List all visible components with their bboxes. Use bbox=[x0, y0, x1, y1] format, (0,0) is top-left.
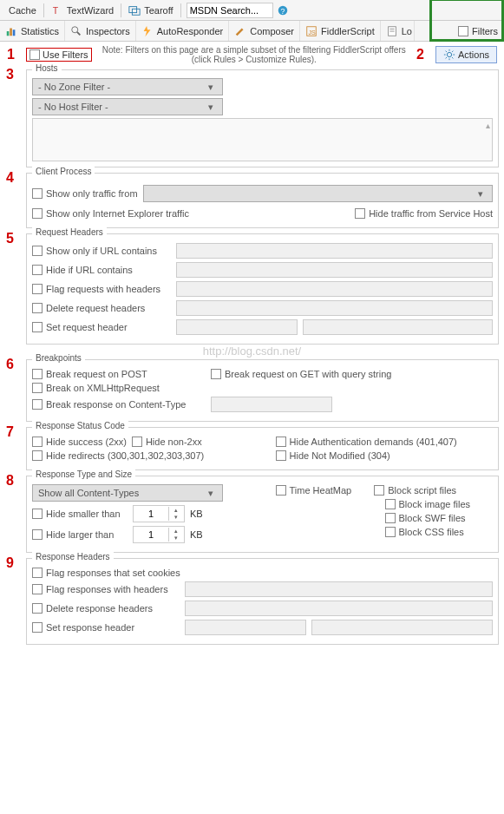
hide-2xx-checkbox[interactable]: Hide success (2xx) bbox=[32, 437, 127, 447]
cache-button[interactable]: Cache bbox=[3, 3, 42, 17]
filters-tab-checkbox[interactable] bbox=[458, 26, 468, 36]
hide-redirects-checkbox[interactable]: Hide redirects (300,301,302,303,307) bbox=[32, 450, 204, 461]
hosts-title: Hosts bbox=[32, 63, 62, 73]
block-css-checkbox[interactable]: Block CSS files bbox=[385, 527, 464, 537]
tab-autoresponder[interactable]: AutoResponder bbox=[136, 21, 229, 41]
kb-label: KB bbox=[190, 509, 203, 519]
hide-smaller-checkbox[interactable]: Hide smaller than bbox=[32, 509, 128, 519]
script-icon: JS bbox=[305, 25, 317, 37]
lightning-icon bbox=[141, 25, 154, 37]
hide-url-contains-checkbox[interactable]: Hide if URL contains bbox=[32, 265, 171, 275]
hide-larger-checkbox[interactable]: Hide larger than bbox=[32, 529, 128, 540]
tab-log[interactable]: Lo bbox=[381, 21, 415, 41]
svg-text:?: ? bbox=[280, 6, 285, 15]
show-url-contains-checkbox[interactable]: Show only if URL contains bbox=[32, 246, 171, 256]
chevron-down-icon: ▾ bbox=[205, 81, 217, 93]
hide-non2xx-checkbox[interactable]: Hide non-2xx bbox=[132, 437, 202, 447]
set-req-header-value-input[interactable] bbox=[303, 319, 493, 335]
flag-req-headers-input[interactable] bbox=[176, 281, 493, 297]
annotation-9: 9 bbox=[6, 555, 14, 571]
hide-larger-spinner[interactable]: ▴▾ bbox=[133, 526, 185, 543]
time-heatmap-checkbox[interactable]: Time HeatMap bbox=[276, 485, 352, 496]
hide-auth-checkbox[interactable]: Hide Authentication demands (401,407) bbox=[276, 437, 457, 447]
set-resp-header-value-input[interactable] bbox=[311, 620, 493, 635]
filters-note: Note: Filters on this page are a simple … bbox=[99, 45, 409, 64]
process-dropdown[interactable]: ▾ bbox=[143, 185, 493, 202]
annotation-3: 3 bbox=[6, 67, 14, 82]
annotation-5: 5 bbox=[6, 231, 14, 246]
annotation-8: 8 bbox=[6, 473, 14, 489]
delete-req-headers-input[interactable] bbox=[176, 300, 493, 316]
request-headers-title: Request Headers bbox=[32, 227, 107, 237]
zone-filter-dropdown[interactable]: - No Zone Filter -▾ bbox=[32, 78, 223, 95]
breakpoints-title: Breakpoints bbox=[32, 353, 85, 363]
svg-rect-6 bbox=[10, 28, 12, 36]
flag-cookies-checkbox[interactable]: Flag responses that set cookies bbox=[32, 568, 180, 578]
response-headers-section: 9 Response Headers Flag responses that s… bbox=[26, 558, 499, 645]
set-resp-header-name-input[interactable] bbox=[185, 620, 306, 635]
delete-resp-headers-checkbox[interactable]: Delete response headers bbox=[32, 603, 180, 614]
break-post-checkbox[interactable]: Break request on POST bbox=[32, 369, 206, 379]
hide-url-contains-input[interactable] bbox=[176, 262, 493, 278]
delete-resp-headers-input[interactable] bbox=[185, 601, 493, 616]
tab-inspectors[interactable]: Inspectors bbox=[65, 21, 136, 41]
delete-req-headers-checkbox[interactable]: Delete request headers bbox=[32, 303, 171, 313]
break-get-qs-checkbox[interactable]: Break request on GET with query string bbox=[211, 369, 391, 379]
svg-rect-2 bbox=[133, 9, 141, 15]
chevron-down-icon: ▾ bbox=[205, 101, 217, 113]
tab-filters[interactable]: Filters bbox=[453, 21, 504, 41]
response-type-size-section: 8 Response Type and Size Show all Conten… bbox=[26, 476, 499, 553]
tab-composer[interactable]: Composer bbox=[229, 21, 300, 41]
block-swf-checkbox[interactable]: Block SWF files bbox=[385, 513, 466, 523]
break-xhr-checkbox[interactable]: Break on XMLHttpRequest bbox=[32, 383, 160, 393]
breakpoints-section: 6 Breakpoints Break request on POST Brea… bbox=[26, 359, 499, 422]
ie-only-checkbox[interactable]: Show only Internet Explorer traffic bbox=[32, 208, 189, 219]
block-script-checkbox[interactable]: Block script files bbox=[374, 485, 456, 496]
actions-button[interactable]: Actions bbox=[435, 46, 497, 63]
flag-resp-headers-checkbox[interactable]: Flag responses with headers bbox=[32, 584, 180, 594]
response-status-title: Response Status Code bbox=[32, 421, 128, 430]
textwizard-button[interactable]: T TextWizard bbox=[46, 3, 119, 18]
chart-icon bbox=[5, 25, 17, 37]
tab-bar: Statistics Inspectors AutoResponder Comp… bbox=[0, 21, 504, 42]
break-content-type-input[interactable] bbox=[211, 397, 332, 412]
scroll-up-icon: ▴ bbox=[486, 121, 490, 130]
filter-header-row: 1 Use Filters Note: Filters on this page… bbox=[0, 42, 504, 68]
tab-statistics[interactable]: Statistics bbox=[0, 21, 65, 41]
hosts-textarea[interactable]: ▴ bbox=[32, 118, 493, 161]
set-resp-header-checkbox[interactable]: Set response header bbox=[32, 622, 180, 633]
show-url-contains-input[interactable] bbox=[176, 243, 493, 259]
annotation-7: 7 bbox=[6, 424, 14, 440]
flag-req-headers-checkbox[interactable]: Flag requests with headers bbox=[32, 284, 171, 294]
annotation-2: 2 bbox=[416, 47, 429, 62]
use-filters-checkbox[interactable]: Use Filters bbox=[26, 48, 92, 62]
tab-fiddlerscript[interactable]: JS FiddlerScript bbox=[300, 21, 381, 41]
textwizard-icon: T bbox=[51, 4, 63, 16]
host-filter-dropdown[interactable]: - No Host Filter -▾ bbox=[32, 98, 223, 115]
hosts-section: 3 Hosts - No Zone Filter -▾ - No Host Fi… bbox=[26, 69, 499, 167]
svg-rect-1 bbox=[129, 6, 137, 12]
hide-smaller-spinner[interactable]: ▴▾ bbox=[133, 505, 185, 522]
response-type-size-title: Response Type and Size bbox=[32, 469, 135, 479]
hide-svchost-checkbox[interactable]: Hide traffic from Service Host bbox=[355, 208, 493, 219]
chevron-down-icon: ▾ bbox=[205, 487, 217, 499]
set-req-header-name-input[interactable] bbox=[176, 319, 298, 335]
help-icon[interactable]: ? bbox=[277, 4, 289, 16]
hide-304-checkbox[interactable]: Hide Not Modified (304) bbox=[276, 450, 390, 461]
flag-resp-headers-input[interactable] bbox=[185, 581, 493, 597]
gear-icon bbox=[443, 49, 455, 61]
content-types-dropdown[interactable]: Show all Content-Types▾ bbox=[32, 484, 223, 502]
set-req-header-checkbox[interactable]: Set request header bbox=[32, 322, 171, 332]
request-headers-section: 5 Request Headers Show only if URL conta… bbox=[26, 233, 499, 345]
tearoff-button[interactable]: Tearoff bbox=[123, 3, 178, 18]
break-content-type-checkbox[interactable]: Break response on Content-Type bbox=[32, 399, 206, 410]
log-icon bbox=[386, 25, 398, 37]
client-process-title: Client Process bbox=[32, 167, 95, 176]
tearoff-icon bbox=[128, 4, 141, 16]
show-traffic-from-checkbox[interactable]: Show only traffic from bbox=[32, 188, 138, 199]
magnifier-icon bbox=[70, 25, 82, 37]
block-image-checkbox[interactable]: Block image files bbox=[385, 499, 471, 509]
msdn-search-input[interactable] bbox=[187, 3, 273, 18]
svg-rect-5 bbox=[7, 31, 10, 36]
main-toolbar: Cache T TextWizard Tearoff ? bbox=[0, 0, 504, 21]
